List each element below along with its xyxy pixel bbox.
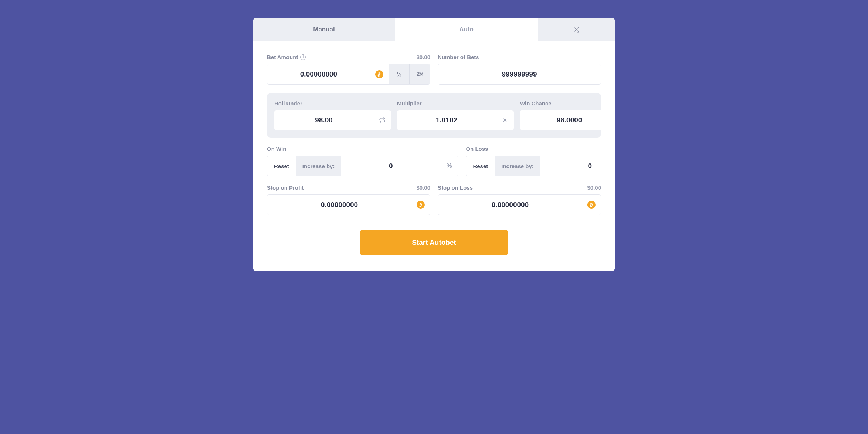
stop-profit-usd: $0.00 [416,184,430,191]
swap-icon [379,117,386,123]
win-chance-input[interactable] [520,110,615,130]
num-bets-label: Number of Bets [438,54,479,60]
tab-fairness[interactable] [538,18,615,41]
tab-manual[interactable]: Manual [253,18,395,41]
bet-amount-currency: ₿ [370,64,389,84]
start-autobet-button[interactable]: Start Autobet [360,230,508,255]
on-loss-reset-button[interactable]: Reset [466,156,495,176]
bitcoin-icon: ₿ [587,200,596,210]
bet-amount-input[interactable] [267,64,370,84]
on-win-group: Reset Increase by: % [267,156,458,176]
roll-under-input[interactable] [274,110,373,130]
multiplier-suffix: × [496,110,514,130]
on-loss-group: Reset Increase by: % [466,156,615,176]
bitcoin-icon: ₿ [416,200,425,210]
on-loss-label: On Loss [466,146,488,152]
multiplier-input[interactable] [397,110,496,130]
svg-line-2 [574,27,576,29]
on-win-percent: % [440,156,458,176]
on-win-label: On Win [267,146,286,152]
shuffle-icon [573,26,580,33]
tab-auto[interactable]: Auto [395,18,538,41]
bitcoin-icon: ₿ [374,69,384,79]
stop-loss-usd: $0.00 [587,184,601,191]
on-win-value-input[interactable] [341,156,440,176]
panel-body: Bet Amount i $0.00 ₿ ½ 2× [253,41,615,271]
on-win-increase-button[interactable]: Increase by: [296,156,342,176]
multiplier-label: Multiplier [397,100,422,106]
autobet-panel: Manual Auto Bet Amount i $0.00 ₿ [253,18,615,271]
win-chance-label: Win Chance [520,100,552,106]
stop-loss-label: Stop on Loss [438,184,473,191]
bet-amount-usd: $0.00 [416,54,430,60]
num-bets-group [438,64,601,85]
roll-under-label: Roll Under [274,100,302,106]
roll-settings: Roll Under Multiplier × Win Chance [267,93,601,138]
double-button[interactable]: 2× [409,64,430,84]
swap-button[interactable] [373,110,391,130]
stop-loss-input[interactable] [438,195,582,215]
half-button[interactable]: ½ [389,64,409,84]
stop-profit-input[interactable] [267,195,411,215]
mode-tabs: Manual Auto [253,18,615,41]
on-loss-increase-button[interactable]: Increase by: [495,156,540,176]
num-bets-input[interactable] [438,64,601,84]
bet-amount-group: ₿ ½ 2× [267,64,430,85]
on-loss-value-input[interactable] [540,156,615,176]
info-icon[interactable]: i [300,54,306,60]
on-win-reset-button[interactable]: Reset [267,156,296,176]
bet-amount-label: Bet Amount i [267,54,306,60]
stop-profit-label: Stop on Profit [267,184,304,191]
